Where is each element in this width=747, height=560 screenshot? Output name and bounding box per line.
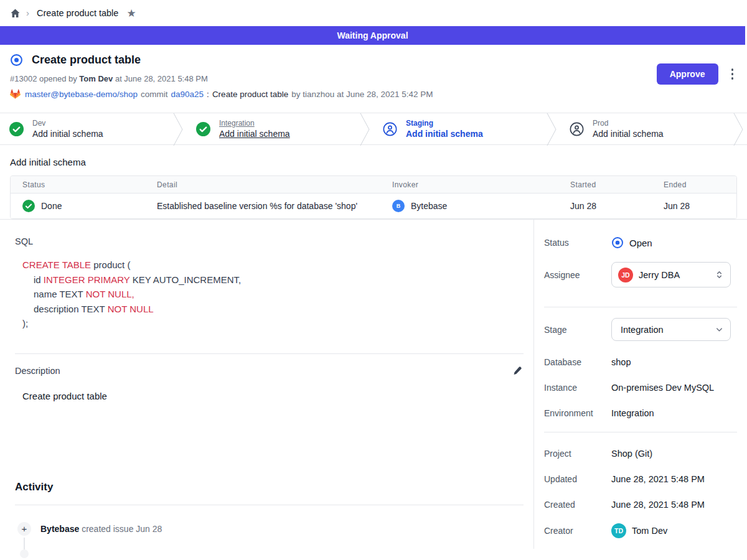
activity-plus-icon: + — [17, 522, 31, 536]
commit-message: Create product table — [212, 90, 288, 99]
pipeline-stage-dev[interactable]: Dev Add initial schema — [0, 113, 173, 144]
invoker-avatar: B — [392, 200, 405, 212]
sql-label: SQL — [15, 236, 524, 246]
stage-separator — [360, 113, 374, 146]
sql-code: CREATE TABLE product ( id INTEGER PRIMAR… — [22, 258, 524, 331]
assignee-value: Jerry DBA — [639, 270, 680, 280]
instance-value: On-premises Dev MySQL — [611, 383, 737, 393]
created-label: Created — [544, 500, 611, 510]
task-detail: Established baseline version %s for data… — [157, 201, 392, 211]
divider — [15, 353, 524, 354]
activity-timeline-line — [24, 538, 25, 549]
pipeline-stage-integration[interactable]: Integration Add initial schema — [187, 113, 360, 144]
gitlab-icon — [10, 89, 21, 100]
database-label: Database — [544, 357, 611, 367]
issue-header: Create product table #13002 opened by To… — [0, 45, 747, 113]
divider — [544, 307, 737, 307]
activity-action: created issue Jun 28 — [82, 524, 162, 534]
stage-assignee-icon — [570, 122, 584, 136]
stage-separator — [733, 113, 747, 146]
breadcrumb-chevron-icon: › — [26, 7, 29, 18]
task-section: Add initial schema Status Detail Invoker… — [0, 157, 747, 219]
pipeline-stage-staging[interactable]: Staging Add initial schema — [374, 113, 547, 144]
favorite-star-icon[interactable]: ★ — [126, 7, 136, 20]
edit-description-icon[interactable] — [511, 365, 524, 377]
environment-label: Environment — [544, 408, 611, 418]
stage-done-icon — [9, 122, 24, 136]
stage-env-label: Prod — [593, 119, 664, 128]
issue-meta: #13002 opened by Tom Dev at June 28, 202… — [10, 74, 737, 83]
commit-hash-link[interactable]: da90a25 — [171, 90, 204, 99]
assignee-label: Assignee — [544, 270, 611, 280]
stage-env-label: Staging — [406, 119, 483, 128]
description-text: Create product table — [22, 391, 524, 401]
activity-next-item-icon — [20, 549, 29, 558]
divider — [15, 505, 524, 505]
stage-task-link[interactable]: Add initial schema — [406, 128, 483, 139]
issue-sidebar: Status Open Assignee JD Jerry DBA Stage — [533, 220, 747, 549]
chevron-down-icon — [715, 325, 724, 334]
database-value: shop — [611, 357, 737, 367]
activity-heading: Activity — [15, 481, 524, 493]
activity-actor: Bytebase — [40, 524, 79, 534]
task-heading: Add initial schema — [10, 157, 737, 167]
updated-value: June 28, 2021 5:48 PM — [611, 474, 737, 484]
stage-label: Stage — [544, 325, 611, 335]
task-ended: Jun 28 — [664, 201, 736, 211]
stage-task-link[interactable]: Add initial schema — [593, 128, 664, 139]
task-table: Status Detail Invoker Started Ended Done… — [10, 175, 737, 219]
stage-task-link[interactable]: Add initial schema — [219, 128, 290, 139]
breadcrumb: › Create product table ★ — [0, 0, 747, 26]
issue-open-status-icon — [10, 54, 23, 67]
stage-env-label: Dev — [32, 119, 103, 128]
updated-label: Updated — [544, 474, 611, 484]
task-done-icon — [22, 200, 35, 212]
status-value: Open — [629, 238, 652, 248]
created-value: June 28, 2021 5:48 PM — [611, 500, 737, 510]
task-table-header: Status Detail Invoker Started Ended — [11, 176, 736, 194]
task-started: Jun 28 — [570, 201, 664, 211]
description-label: Description — [15, 366, 60, 376]
stage-separator — [547, 113, 560, 146]
stage-separator — [173, 113, 187, 146]
status-open-icon — [611, 236, 624, 249]
creator-value: Tom Dev — [632, 526, 667, 536]
commit-branch-link[interactable]: master@bytebase-demo/shop — [25, 90, 138, 99]
project-label: Project — [544, 449, 611, 459]
stage-task-link[interactable]: Add initial schema — [32, 128, 103, 139]
status-label: Status — [544, 238, 611, 248]
issue-title: Create product table — [32, 54, 141, 67]
stage-value: Integration — [621, 325, 664, 335]
breadcrumb-title: Create product table — [37, 8, 118, 18]
stage-assignee-icon — [383, 122, 397, 136]
task-table-row[interactable]: Done Established baseline version %s for… — [11, 194, 736, 218]
divider — [544, 432, 737, 432]
pipeline-stage-bar: Dev Add initial schema Integration Add i… — [0, 113, 747, 145]
pipeline-stage-prod[interactable]: Prod Add initial schema — [560, 113, 733, 144]
activity-item: + Bytebase created issue Jun 28 — [17, 522, 524, 536]
instance-label: Instance — [544, 383, 611, 393]
task-status: Done — [41, 201, 62, 211]
assignee-avatar: JD — [618, 268, 633, 282]
creator-label: Creator — [544, 526, 611, 536]
environment-value: Integration — [611, 408, 737, 418]
project-value[interactable]: Shop (Git) — [611, 449, 737, 459]
approval-banner-text: Waiting Approval — [337, 30, 408, 40]
approve-button[interactable]: Approve — [657, 63, 718, 85]
creator-avatar: TD — [611, 523, 626, 538]
approval-banner: Waiting Approval — [0, 26, 745, 45]
issue-detail-column: SQL CREATE TABLE product ( id INTEGER PR… — [0, 220, 533, 549]
stage-done-icon — [196, 122, 210, 136]
issue-author: Tom Dev — [79, 74, 113, 83]
stage-env-label: Integration — [219, 119, 290, 128]
commit-line: master@bytebase-demo/shop commit da90a25… — [10, 89, 737, 100]
updown-chevron-icon — [715, 270, 724, 279]
stage-select[interactable]: Integration — [611, 318, 731, 341]
more-actions-icon[interactable] — [728, 66, 738, 82]
task-invoker: Bytebase — [411, 201, 447, 211]
home-icon[interactable] — [10, 8, 21, 19]
assignee-select[interactable]: JD Jerry DBA — [611, 262, 731, 287]
